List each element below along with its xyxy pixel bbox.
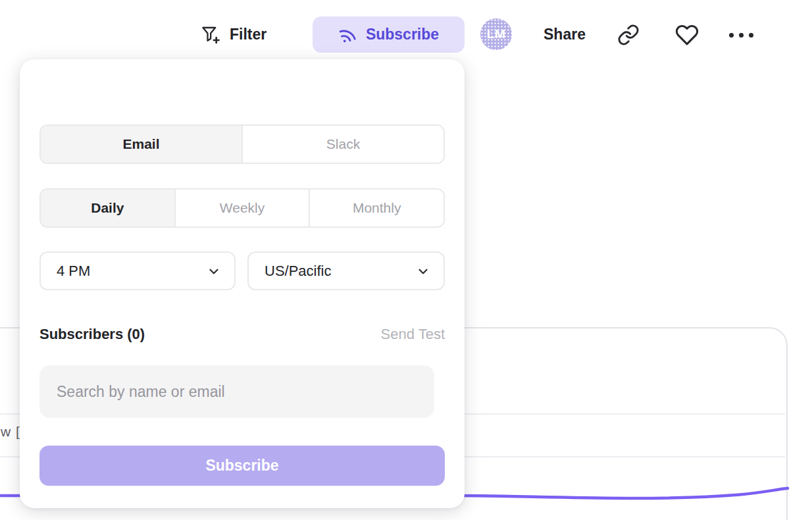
timezone-select-value: US/Pacific: [265, 263, 331, 280]
tab-monthly[interactable]: Monthly: [309, 190, 444, 226]
heart-icon: [675, 23, 699, 47]
share-button[interactable]: Share: [544, 20, 586, 48]
subscribe-button[interactable]: Subscribe: [313, 16, 465, 53]
ellipsis-icon: [729, 33, 734, 38]
tab-email[interactable]: Email: [41, 126, 241, 163]
filter-button[interactable]: Filter: [200, 20, 266, 49]
more-options-button[interactable]: [729, 26, 758, 43]
time-select[interactable]: 4 PM: [39, 251, 236, 290]
subscribers-count-label: Subscribers (0): [39, 326, 145, 343]
channel-tabs: Email Slack: [39, 124, 445, 164]
subscribe-label: Subscribe: [366, 26, 439, 43]
tab-daily[interactable]: Daily: [41, 190, 174, 226]
tab-slack[interactable]: Slack: [241, 126, 444, 163]
avatar-initials: LM: [487, 27, 505, 41]
filter-icon: [200, 24, 220, 45]
subscribers-row: Subscribers (0) Send Test: [39, 325, 445, 344]
subscriber-search-input[interactable]: [39, 365, 434, 418]
copy-link-button[interactable]: [616, 22, 641, 48]
create-subscription-modal: Create a Subscription Email Slack Daily …: [20, 59, 465, 508]
background-partial-label: w [: [1, 424, 20, 440]
rss-icon: [336, 23, 359, 46]
favorite-button[interactable]: [674, 22, 700, 48]
chevron-down-icon: [416, 264, 430, 278]
ellipsis-icon: [739, 33, 744, 38]
filter-label: Filter: [230, 26, 266, 43]
chevron-down-icon: [207, 264, 221, 278]
subscribe-submit-button[interactable]: Subscribe: [39, 446, 445, 486]
frequency-tabs: Daily Weekly Monthly: [39, 188, 445, 228]
link-icon: [617, 24, 640, 46]
time-select-value: 4 PM: [57, 263, 90, 280]
send-test-button[interactable]: Send Test: [381, 326, 445, 343]
user-avatar[interactable]: LM: [480, 18, 512, 50]
ellipsis-icon: [749, 33, 753, 38]
share-label: Share: [544, 26, 586, 43]
timezone-select[interactable]: US/Pacific: [247, 251, 445, 290]
tab-weekly[interactable]: Weekly: [174, 190, 309, 226]
